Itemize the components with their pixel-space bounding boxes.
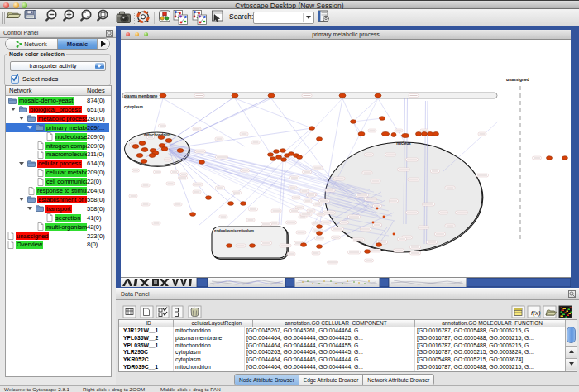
svg-text:plasma membrane: plasma membrane	[124, 94, 158, 98]
svg-text:cytoplasm: cytoplasm	[124, 105, 143, 109]
svg-text:unassigned: unassigned	[506, 77, 529, 82]
svg-text:f(x): f(x)	[531, 309, 541, 317]
svg-text:endoplasmic reticulum: endoplasmic reticulum	[214, 228, 254, 232]
svg-text:nucleus: nucleus	[396, 141, 411, 146]
